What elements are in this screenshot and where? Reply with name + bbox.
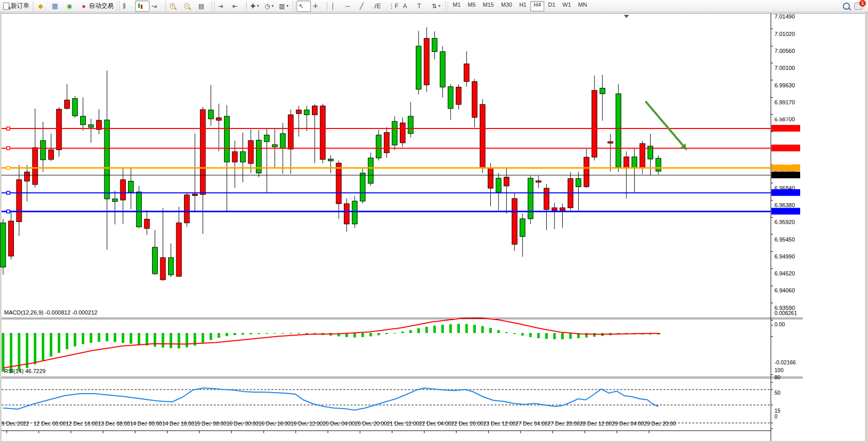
candle [128, 181, 134, 193]
macd-bar [441, 325, 444, 333]
price-axis-label: 7.00100 [774, 65, 795, 71]
signals-button[interactable]: ◉ [64, 1, 78, 12]
candle [216, 118, 221, 120]
fibonacci-button[interactable]: ⋮F [386, 1, 401, 12]
timeframe-d1-button[interactable]: D1 [545, 1, 559, 11]
macd-bar [505, 332, 508, 333]
chart-canvas[interactable]: 7.014907.010207.005607.001006.996306.991… [0, 12, 868, 443]
macd-bar [449, 324, 452, 333]
arrows-button[interactable]: ⇅▾ [430, 1, 444, 12]
macd-bar [465, 324, 468, 333]
zoom-in-button[interactable]: + [168, 1, 182, 12]
candle [288, 115, 293, 149]
price-axis-label: 7.00560 [774, 48, 795, 54]
rsi-axis-label: 50 [774, 390, 781, 396]
autotrading-button[interactable]: ●自动交易 [78, 1, 116, 12]
candle [592, 90, 597, 157]
price-level-badge-label: 6.97719 [773, 153, 792, 159]
candle [72, 99, 78, 116]
candle [192, 194, 197, 196]
candle [280, 134, 285, 149]
line-handle[interactable] [7, 146, 10, 150]
templates-button[interactable]: ▨▾ [277, 1, 291, 12]
vertical-line-button[interactable]: │ [329, 1, 343, 12]
timeframe-m5-button[interactable]: M5 [465, 1, 478, 11]
timeframe-m30-button[interactable]: M30 [498, 1, 515, 11]
candle [304, 110, 309, 115]
text-button[interactable]: A [401, 1, 415, 12]
candle [632, 157, 637, 168]
line-handle[interactable] [7, 127, 10, 130]
macd-bar [90, 333, 93, 343]
bar-chart-button[interactable]: ⫼ [121, 1, 135, 12]
indicators-button[interactable]: ✚▾ [248, 1, 263, 12]
market-watch-button[interactable]: ◆ [35, 1, 49, 12]
candle [312, 106, 317, 115]
text-label-button[interactable]: T [415, 1, 430, 12]
macd-bar [401, 331, 404, 333]
cursor-button[interactable]: ↖ [297, 1, 311, 12]
text-icon: A [403, 3, 407, 10]
chart-shift-button[interactable]: ⇤ [230, 1, 245, 12]
trendline-button[interactable]: ╱ [358, 1, 372, 12]
zoom-out-icon: − [184, 3, 190, 9]
macd-bar [122, 333, 124, 343]
timeframe-mn-button[interactable]: MN [575, 1, 590, 11]
candle [224, 116, 229, 162]
channel-button[interactable]: ⫽E [372, 1, 386, 12]
candle [416, 46, 421, 89]
macd-bar [410, 330, 412, 333]
timeframe-h1-button[interactable]: H1 [516, 1, 529, 11]
crosshair-button[interactable]: ✛ [311, 1, 325, 12]
macd-bar [426, 327, 428, 333]
macd-bar [242, 333, 244, 335]
candle [488, 168, 493, 188]
macd-bar [186, 333, 188, 347]
macd-bar [201, 333, 204, 343]
candle [328, 159, 334, 161]
channel-icon: ⫽E [374, 3, 381, 10]
time-axis-label: 29 Dec 04:00 [612, 420, 644, 427]
charts-button[interactable]: ▦ [49, 1, 64, 12]
candle [200, 109, 206, 194]
auto-scroll-button[interactable]: ⇥ [216, 1, 230, 12]
periods-button[interactable]: ◷▾ [263, 1, 277, 12]
macd-bar [354, 333, 356, 338]
timeframe-m15-button[interactable]: M15 [480, 1, 497, 11]
horizontal-line-button[interactable]: ─ [343, 1, 358, 12]
charts-icon: ▦ [51, 3, 59, 10]
macd-bar [385, 333, 388, 334]
candle [608, 142, 613, 143]
macd-bar [545, 333, 548, 339]
candle [344, 204, 349, 224]
search-icon[interactable] [843, 3, 850, 10]
current-price-badge [771, 172, 800, 178]
candle [1, 223, 6, 267]
timeframe-w1-button[interactable]: W1 [560, 1, 575, 11]
macd-bar [154, 333, 156, 346]
candle [120, 180, 125, 200]
line-handle[interactable] [7, 167, 10, 170]
chat-icon[interactable]: 1 [854, 3, 863, 10]
timeframe-m1-button[interactable]: M1 [450, 1, 464, 11]
line-handle[interactable] [7, 210, 10, 213]
candlestick-button[interactable] [135, 1, 150, 12]
tile-windows-button[interactable]: ▤ [196, 1, 211, 12]
candle [432, 39, 437, 52]
line-chart-button[interactable]: ↝ [150, 1, 164, 12]
zoom-out-button[interactable]: − [182, 1, 196, 12]
timeframe-h4-button[interactable]: H4 [530, 1, 544, 11]
toolbar-separator [246, 2, 247, 11]
line-handle[interactable] [7, 191, 10, 194]
candle [480, 104, 485, 168]
candle [576, 179, 581, 187]
text-label-icon: T [417, 3, 421, 10]
notification-badge: 1 [859, 0, 866, 7]
candle [241, 152, 246, 162]
macd-bar [433, 326, 436, 333]
price-axis-label: 6.94060 [774, 287, 795, 293]
trendline-icon: ╱ [360, 3, 363, 10]
time-axis-label: 20 Dec 20:00 [355, 420, 387, 427]
new-order-button[interactable]: 新订单 [1, 1, 31, 12]
time-axis-label: 9 Dec 2022 [2, 420, 29, 427]
